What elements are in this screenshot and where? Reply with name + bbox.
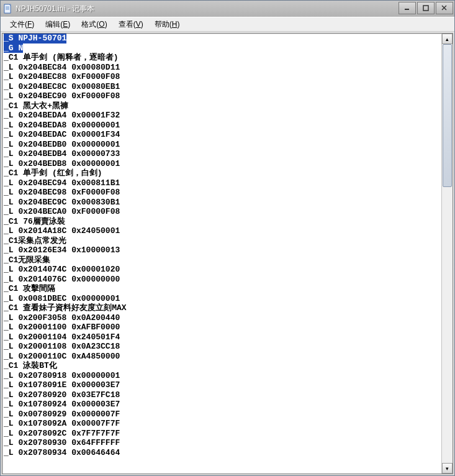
close-button[interactable] [436, 2, 453, 14]
text-line: _L 0x204BEDAC 0x00001F34 [2, 130, 441, 140]
text-line: _L 0x00780929 0x0000007F [2, 410, 441, 419]
text-line: _L 0x0081DBEC 0x00000001 [2, 294, 441, 304]
down-arrow-icon: ▾ [446, 465, 449, 472]
vertical-scrollbar: ▴ ▾ [441, 34, 453, 474]
text-line: _L 0x204BEC9C 0x000830B1 [2, 198, 441, 208]
scroll-thumb[interactable] [443, 44, 452, 187]
text-line: _L 0x204BEC84 0x00080D11 [2, 63, 441, 73]
text-line: _L 0x20780934 0x00646464 [2, 448, 441, 458]
menu-edit[interactable]: 编辑(E) [40, 18, 76, 31]
text-line: _L 0x20001100 0xAFBF0000 [2, 323, 441, 332]
svg-rect-5 [423, 6, 428, 11]
scroll-down-button[interactable]: ▾ [442, 463, 453, 474]
text-line: _S NPJH-50701 [2, 34, 441, 43]
text-line: _C1 76層賣泳裝 [2, 217, 441, 227]
client-area: _S NPJH-50701_G N_C1 单手剑 (阐释者，逐暗者)_L 0x2… [2, 33, 453, 474]
text-line: _L 0x204BEC94 0x000811B1 [2, 178, 441, 188]
menu-help[interactable]: 帮助(H) [149, 18, 186, 31]
text-line: _C1 单手剑 (阐释者，逐暗者) [2, 53, 441, 63]
text-line: _L 0x2014074C 0x00001020 [2, 265, 441, 275]
text-line: _L 0x2014076C 0x00000000 [2, 275, 441, 285]
text-line: _C1无限采集 [2, 255, 441, 265]
scroll-up-button[interactable]: ▴ [442, 34, 453, 44]
text-line: _C1 单手剑 (红剑，白剑) [2, 168, 441, 178]
selected-text: _S NPJH-50701 [4, 34, 66, 43]
window-title: NPJH50701.ini - 记事本 [16, 4, 94, 14]
text-line: _L 0x204BEC88 0xF0000F08 [2, 72, 441, 82]
text-line: _L 0x2078092C 0x7F7F7F7F [2, 429, 441, 439]
text-line: _C1采集点常发光 [2, 236, 441, 246]
text-line: _L 0x1078091E 0x000003E7 [2, 380, 441, 390]
menu-format[interactable]: 格式(O) [76, 18, 112, 31]
text-line: _C1 攻擊間隔 [2, 284, 441, 294]
text-line: _L 0x1078092A 0x00007F7F [2, 419, 441, 429]
text-line: _L 0x204BECA0 0xF0000F08 [2, 207, 441, 217]
selected-text: _G N [4, 43, 23, 53]
scroll-track[interactable] [442, 44, 453, 463]
text-line: _L 0x204BEC98 0xF0000F08 [2, 188, 441, 198]
window-controls [397, 2, 453, 14]
window: NPJH50701.ini - 记事本 文件(F) 编辑(E) 格式(O) 查看… [0, 0, 455, 476]
text-line: _L 0x204BEC90 0xF0000F08 [2, 91, 441, 101]
text-line: _L 0x10780924 0x000003E7 [2, 400, 441, 410]
menu-file[interactable]: 文件(F) [4, 18, 40, 31]
text-line: _L 0x20780920 0x03E7FC18 [2, 390, 441, 400]
text-line: _L 0x20001104 0x240501F4 [2, 332, 441, 342]
text-line: _L 0x2014A18C 0x24050001 [2, 226, 441, 236]
menu-bar: 文件(F) 编辑(E) 格式(O) 查看(V) 帮助(H) [1, 17, 454, 32]
text-line: _L 0x20126E34 0x10000013 [2, 245, 441, 255]
text-line: _L 0x204BEDA8 0x00000001 [2, 121, 441, 130]
app-icon [3, 4, 13, 14]
text-line: _L 0x204BEDB4 0x00000733 [2, 149, 441, 159]
text-line: _L 0x204BEC8C 0x00080EB1 [2, 82, 441, 92]
title-bar: NPJH50701.ini - 记事本 [1, 1, 454, 17]
text-line: _L 0x200F3058 0x0A200440 [2, 313, 441, 323]
text-content[interactable]: _S NPJH-50701_G N_C1 单手剑 (阐释者，逐暗者)_L 0x2… [2, 34, 441, 474]
text-line: _L 0x20780930 0x64FFFFFF [2, 438, 441, 448]
menu-view[interactable]: 查看(V) [113, 18, 149, 31]
text-line: _C1 查看妹子資料好友度立刻MAX [2, 303, 441, 313]
text-line: _L 0x20001108 0x0A23CC18 [2, 342, 441, 352]
text-line: _C1 黑大衣+黑褲 [2, 101, 441, 111]
text-line: _L 0x204BEDA4 0x00001F32 [2, 111, 441, 121]
text-line: _L 0x204BEDB8 0x00000001 [2, 159, 441, 169]
text-line: _L 0x2000110C 0xA4850000 [2, 352, 441, 362]
text-line: _C1 泳裝BT化 [2, 361, 441, 371]
text-line: _G N [2, 43, 441, 53]
maximize-button[interactable] [417, 2, 435, 14]
minimize-button[interactable] [399, 2, 416, 14]
text-line: _L 0x204BEDB0 0x00000001 [2, 140, 441, 150]
up-arrow-icon: ▴ [446, 36, 449, 42]
text-line: _L 0x20780918 0x00000001 [2, 371, 441, 381]
